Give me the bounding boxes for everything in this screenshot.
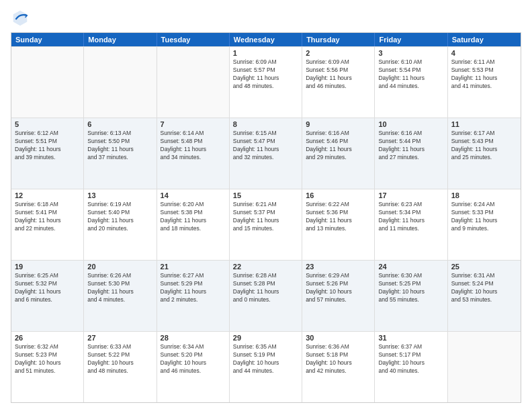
cell-info: Daylight: 11 hours [306,75,371,82]
cell-info: Sunrise: 6:13 AM [87,130,152,137]
cell-info: Sunset: 5:36 PM [306,209,371,216]
day-number: 7 [161,120,226,128]
day-number: 11 [451,120,517,128]
cal-day-11: 11Sunrise: 6:17 AMSunset: 5:43 PMDayligh… [448,118,521,189]
cell-info: Daylight: 11 hours [15,146,80,153]
cell-info: and 20 minutes. [87,225,152,232]
header-day-wednesday: Wednesday [230,33,302,46]
cal-day-6: 6Sunrise: 6:13 AMSunset: 5:50 PMDaylight… [84,118,157,189]
cal-day-7: 7Sunrise: 6:14 AMSunset: 5:48 PMDaylight… [157,118,230,189]
cell-info: Sunrise: 6:14 AM [161,130,226,137]
day-number: 21 [161,263,226,271]
cal-day-16: 16Sunrise: 6:22 AMSunset: 5:36 PMDayligh… [302,189,375,260]
cell-info: and 44 minutes. [233,367,298,375]
day-number: 2 [306,49,371,57]
cell-info: and 22 minutes. [15,225,80,232]
cell-info: Sunset: 5:22 PM [87,351,152,359]
cal-day-5: 5Sunrise: 6:12 AMSunset: 5:51 PMDaylight… [11,118,84,189]
cell-info: Sunrise: 6:24 AM [451,201,517,208]
day-number: 30 [306,334,371,342]
page: SundayMondayTuesdayWednesdayThursdayFrid… [0,0,532,411]
cell-info: Sunrise: 6:28 AM [233,272,298,279]
calendar-week-3: 12Sunrise: 6:18 AMSunset: 5:41 PMDayligh… [11,189,521,260]
day-number: 20 [87,263,152,271]
cell-info: Sunrise: 6:23 AM [378,201,443,208]
cell-info: Daylight: 10 hours [378,359,443,367]
cell-info: and 55 minutes. [378,296,443,304]
cell-info: Sunset: 5:38 PM [161,209,226,216]
cell-info: Sunrise: 6:12 AM [15,130,80,137]
cell-info: Sunset: 5:44 PM [378,138,443,145]
cell-info: Sunset: 5:40 PM [87,209,152,216]
day-number: 19 [15,263,80,271]
cal-day-30: 30Sunrise: 6:36 AMSunset: 5:18 PMDayligh… [302,332,375,402]
cell-info: and 29 minutes. [306,154,371,161]
logo [11,8,32,27]
header-day-tuesday: Tuesday [157,33,230,46]
cal-day-15: 15Sunrise: 6:21 AMSunset: 5:37 PMDayligh… [230,189,302,260]
cell-info: and 39 minutes. [15,154,80,161]
cal-day-4: 4Sunrise: 6:11 AMSunset: 5:53 PMDaylight… [448,47,521,118]
cell-info: Sunset: 5:23 PM [15,351,80,359]
header-day-monday: Monday [84,33,157,46]
cal-day-25: 25Sunrise: 6:31 AMSunset: 5:24 PMDayligh… [448,261,521,331]
cell-info: Sunset: 5:20 PM [161,351,226,359]
cal-day-empty [448,332,521,402]
cell-info: Sunrise: 6:36 AM [306,343,371,351]
calendar-week-4: 19Sunrise: 6:25 AMSunset: 5:32 PMDayligh… [11,260,521,331]
cell-info: Sunset: 5:51 PM [15,138,80,145]
cell-info: and 0 minutes. [233,296,298,304]
cell-info: Daylight: 10 hours [161,359,226,367]
cal-day-28: 28Sunrise: 6:34 AMSunset: 5:20 PMDayligh… [157,332,230,402]
cell-info: Daylight: 11 hours [87,288,152,295]
cell-info: Sunset: 5:37 PM [233,209,298,216]
cell-info: Daylight: 11 hours [306,146,371,153]
cell-info: and 15 minutes. [233,225,298,232]
cell-info: Daylight: 10 hours [451,288,517,295]
cell-info: Daylight: 11 hours [87,217,152,224]
cell-info: Sunset: 5:26 PM [306,280,371,287]
cell-info: and 48 minutes. [233,83,298,90]
cal-day-3: 3Sunrise: 6:10 AMSunset: 5:54 PMDaylight… [375,47,447,118]
cell-info: and 46 minutes. [161,367,226,375]
cal-day-1: 1Sunrise: 6:09 AMSunset: 5:57 PMDaylight… [230,47,302,118]
cell-info: and 6 minutes. [15,296,80,304]
cell-info: Sunrise: 6:15 AM [233,130,298,137]
day-number: 13 [87,191,152,199]
cal-day-empty [11,47,84,118]
cell-info: Sunrise: 6:30 AM [378,272,443,279]
cal-day-empty [157,47,230,118]
cell-info: Sunrise: 6:33 AM [87,343,152,351]
header-day-thursday: Thursday [302,33,375,46]
cal-day-21: 21Sunrise: 6:27 AMSunset: 5:29 PMDayligh… [157,261,230,331]
day-number: 29 [233,334,298,342]
day-number: 31 [378,334,443,342]
cell-info: Daylight: 10 hours [378,288,443,295]
cal-day-23: 23Sunrise: 6:29 AMSunset: 5:26 PMDayligh… [302,261,375,331]
day-number: 25 [451,263,517,271]
cell-info: Sunset: 5:50 PM [87,138,152,145]
day-number: 24 [378,263,443,271]
cell-info: and 13 minutes. [306,225,371,232]
cell-info: Sunset: 5:41 PM [15,209,80,216]
svg-marker-0 [13,11,28,26]
day-number: 4 [451,49,517,57]
day-number: 15 [233,191,298,199]
calendar-body: 1Sunrise: 6:09 AMSunset: 5:57 PMDaylight… [11,46,521,402]
cell-info: Sunset: 5:34 PM [378,209,443,216]
cell-info: Sunset: 5:29 PM [161,280,226,287]
cell-info: and 32 minutes. [233,154,298,161]
day-number: 10 [378,120,443,128]
cell-info: Sunset: 5:30 PM [87,280,152,287]
cell-info: Daylight: 10 hours [15,359,80,367]
cal-day-14: 14Sunrise: 6:20 AMSunset: 5:38 PMDayligh… [157,189,230,260]
cell-info: Sunset: 5:43 PM [451,138,517,145]
cell-info: Sunrise: 6:35 AM [233,343,298,351]
calendar-week-1: 1Sunrise: 6:09 AMSunset: 5:57 PMDaylight… [11,46,521,118]
cell-info: and 53 minutes. [451,296,517,304]
day-number: 5 [15,120,80,128]
cell-info: and 9 minutes. [451,225,517,232]
cell-info: Sunset: 5:18 PM [306,351,371,359]
cell-info: Daylight: 11 hours [378,217,443,224]
calendar: SundayMondayTuesdayWednesdayThursdayFrid… [11,32,521,403]
